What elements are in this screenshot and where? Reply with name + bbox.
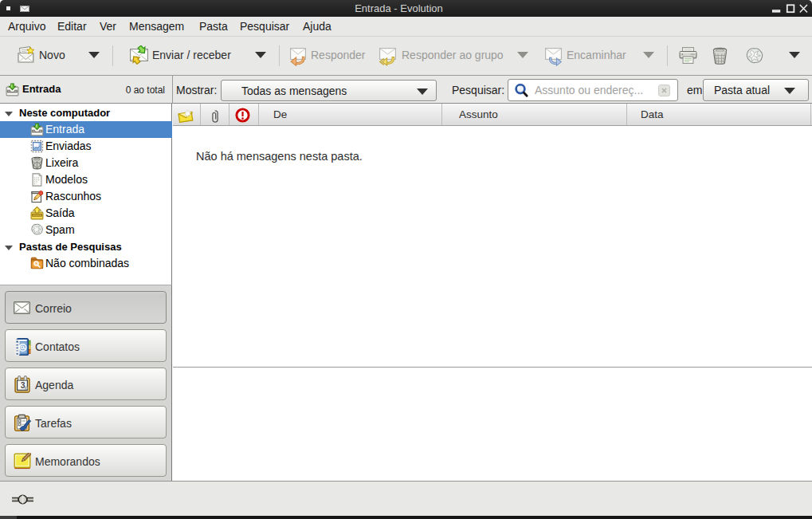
svg-text:3: 3 bbox=[21, 380, 25, 390]
